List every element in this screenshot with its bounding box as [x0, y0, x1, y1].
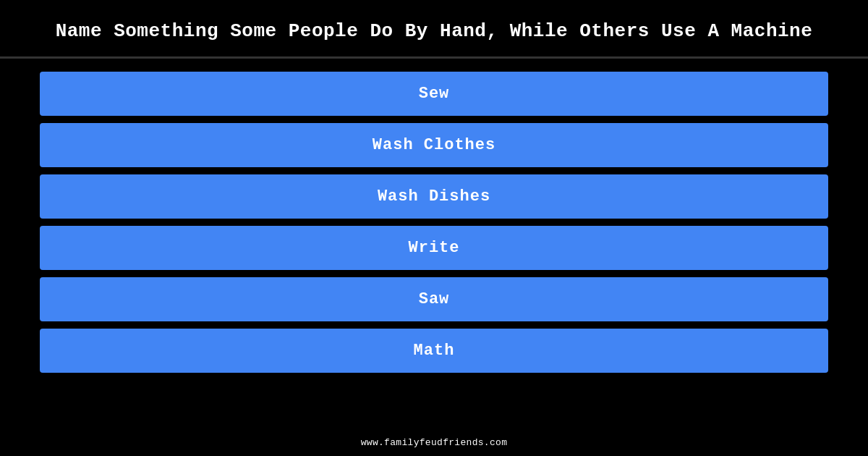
title-divider: [0, 56, 868, 59]
question-title: Name Something Some People Do By Hand, W…: [56, 20, 813, 42]
answer-button-1[interactable]: Sew: [40, 72, 828, 116]
answer-button-4[interactable]: Write: [40, 226, 828, 270]
page-wrapper: Name Something Some People Do By Hand, W…: [0, 0, 868, 456]
title-bar: Name Something Some People Do By Hand, W…: [0, 0, 868, 56]
answer-button-2[interactable]: Wash Clothes: [40, 123, 828, 167]
answers-container: SewWash ClothesWash DishesWriteSawMath: [0, 64, 868, 430]
answer-button-6[interactable]: Math: [40, 329, 828, 373]
answer-button-3[interactable]: Wash Dishes: [40, 174, 828, 219]
footer: www.familyfeudfriends.com: [0, 430, 868, 456]
answer-row: Math: [40, 329, 828, 373]
answer-row: Sew: [40, 72, 828, 116]
answer-row: Saw: [40, 277, 828, 321]
answer-row: Write: [40, 226, 828, 270]
answer-row: Wash Dishes: [40, 174, 828, 219]
answer-row: Wash Clothes: [40, 123, 828, 167]
answer-button-5[interactable]: Saw: [40, 277, 828, 321]
footer-url: www.familyfeudfriends.com: [361, 437, 508, 448]
